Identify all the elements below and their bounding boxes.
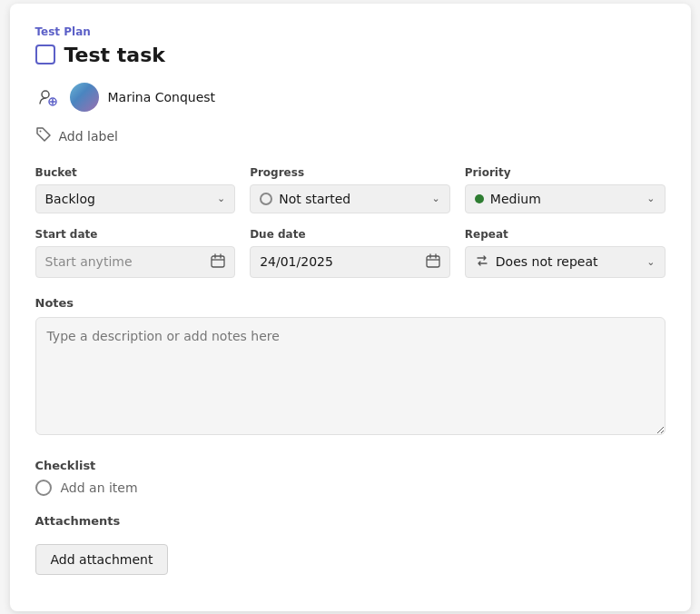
notes-section: Notes xyxy=(35,296,665,439)
avatar[interactable] xyxy=(70,83,99,112)
progress-chevron-icon: ⌄ xyxy=(432,193,440,204)
svg-point-0 xyxy=(42,91,49,98)
svg-rect-5 xyxy=(212,256,224,267)
priority-dot-icon xyxy=(475,194,484,203)
progress-select[interactable]: Not started ⌄ xyxy=(250,184,450,213)
task-title[interactable]: Test task xyxy=(64,44,165,66)
checklist-add-text: Add an item xyxy=(61,480,138,495)
due-date-field: Due date 24/01/2025 xyxy=(250,228,450,278)
add-label-text: Add label xyxy=(59,129,118,144)
bucket-value: Backlog xyxy=(45,192,95,206)
start-date-input[interactable]: Start anytime xyxy=(35,246,236,278)
start-date-calendar-icon xyxy=(211,253,225,271)
checklist-section: Checklist Add an item xyxy=(35,459,665,496)
start-date-placeholder: Start anytime xyxy=(45,254,133,269)
repeat-chevron-icon: ⌄ xyxy=(646,256,655,268)
tag-icon xyxy=(35,126,52,146)
add-attachment-button[interactable]: Add attachment xyxy=(35,544,169,575)
progress-status-icon xyxy=(260,193,272,205)
priority-label: Priority xyxy=(465,166,665,179)
checklist-label: Checklist xyxy=(35,459,665,472)
add-attachment-label: Add attachment xyxy=(51,552,153,567)
checklist-circle-icon xyxy=(35,480,52,496)
attachments-label: Attachments xyxy=(35,514,665,528)
task-checkbox[interactable] xyxy=(35,45,55,64)
bucket-label: Bucket xyxy=(35,166,236,179)
add-checklist-item-row[interactable]: Add an item xyxy=(35,480,665,496)
priority-value: Medium xyxy=(490,192,541,206)
progress-field: Progress Not started ⌄ xyxy=(250,166,450,213)
attachments-section: Attachments Add attachment xyxy=(35,514,665,575)
notes-label: Notes xyxy=(35,296,665,310)
assign-icon xyxy=(35,84,61,110)
progress-label: Progress xyxy=(250,166,450,179)
bucket-chevron-icon: ⌄ xyxy=(217,193,225,204)
due-date-value: 24/01/2025 xyxy=(260,254,333,269)
priority-chevron-icon: ⌄ xyxy=(646,193,655,204)
bucket-select[interactable]: Backlog ⌄ xyxy=(35,184,236,213)
progress-value: Not started xyxy=(279,192,350,206)
repeat-label: Repeat xyxy=(465,228,665,241)
priority-field: Priority Medium ⌄ xyxy=(465,166,665,213)
due-date-label: Due date xyxy=(250,228,450,241)
repeat-select[interactable]: Does not repeat ⌄ xyxy=(465,246,665,278)
assignee-row: Marina Conquest xyxy=(35,83,665,112)
task-title-row: Test task xyxy=(35,44,665,66)
task-card: Test Plan Test task Marina Conquest Add xyxy=(10,4,691,611)
due-date-input[interactable]: 24/01/2025 xyxy=(250,246,450,278)
start-date-label: Start date xyxy=(35,228,236,241)
start-date-field: Start date Start anytime xyxy=(35,228,236,278)
repeat-value: Does not repeat xyxy=(496,254,598,269)
fields-grid: Bucket Backlog ⌄ Progress Not started ⌄ … xyxy=(35,166,665,278)
repeat-field: Repeat Does not repeat ⌄ xyxy=(465,228,665,278)
bucket-field: Bucket Backlog ⌄ xyxy=(35,166,236,213)
plan-label[interactable]: Test Plan xyxy=(35,25,665,38)
due-date-calendar-icon xyxy=(426,253,440,271)
svg-point-4 xyxy=(39,130,41,132)
svg-rect-9 xyxy=(427,256,439,267)
assignee-name[interactable]: Marina Conquest xyxy=(108,90,216,104)
add-label-row[interactable]: Add label xyxy=(35,126,665,146)
notes-textarea[interactable] xyxy=(35,317,665,435)
priority-select[interactable]: Medium ⌄ xyxy=(465,184,665,213)
repeat-arrows-icon xyxy=(475,253,489,271)
